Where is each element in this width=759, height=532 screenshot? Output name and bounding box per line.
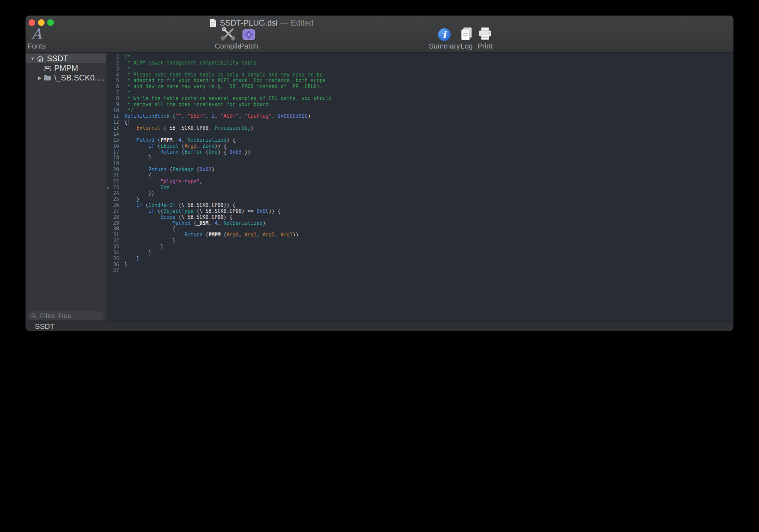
code-line[interactable]: 2 * XCPM power management compatibility …	[110, 60, 733, 66]
code-line[interactable]: 4 * Please note that this table is only …	[110, 72, 733, 78]
code-lines: 1/*2 * XCPM power management compatibili…	[110, 54, 733, 274]
code-line[interactable]: 11DefinitionBlock ("", "SSDT", 2, "ACDT"…	[110, 113, 733, 119]
fonts-button[interactable]: A Fonts	[27, 27, 46, 51]
code-line[interactable]: 29 Method (_DSM, 4, NotSerialized)	[110, 220, 733, 226]
line-number: 19	[110, 161, 121, 167]
print-label: Print	[477, 42, 492, 51]
sidebar-item-sb-sck0[interactable]: ▶ \_SB.SCK0.CP…	[26, 73, 106, 82]
line-number: 1	[110, 54, 121, 60]
code-line[interactable]: 24 })	[110, 191, 733, 197]
line-number: 29	[110, 220, 121, 226]
line-number: 12	[110, 119, 121, 125]
sidebar-splitter[interactable]	[106, 53, 110, 322]
code-line[interactable]: 9 * remove all the ones irrelevant for y…	[110, 102, 733, 108]
code-line[interactable]: 1/*	[110, 54, 733, 60]
fonts-label: Fonts	[27, 42, 46, 51]
line-number: 3	[110, 66, 121, 72]
code-line[interactable]: 16 If (LEqual (Arg2, Zero)) {	[110, 143, 733, 149]
line-number: 27	[110, 208, 121, 214]
code-line[interactable]: 5 * adapted to fit your board's ACPI sta…	[110, 78, 733, 84]
window-title-text: SSDT-PLUG.dsl	[220, 18, 277, 28]
desktop-background: { "window": { "title": "SSDT-PLUG.dsl", …	[0, 0, 759, 532]
compile-label: Compile	[215, 42, 242, 51]
code-editor[interactable]: 1/*2 * XCPM power management compatibili…	[110, 53, 733, 322]
line-number: 32	[110, 238, 121, 244]
sidebar-item-label: \_SB.SCK0.CP…	[54, 73, 106, 82]
line-number: 35	[110, 256, 121, 262]
summary-button[interactable]: i Summary	[429, 27, 460, 51]
code-line[interactable]: 26 If (CondRefOf (\_SB.SCK0.CP00)) {	[110, 202, 733, 208]
code-line[interactable]: 3 *	[110, 66, 733, 72]
code-line[interactable]: 6 * and device name may vary (e.g. _SB_.…	[110, 84, 733, 90]
print-button[interactable]: Print	[477, 27, 492, 51]
code-line[interactable]: 25 }	[110, 197, 733, 202]
code-line[interactable]: 36}	[110, 262, 733, 268]
compile-button[interactable]: Compile	[215, 27, 242, 51]
document-proxy-icon[interactable]	[210, 19, 217, 27]
code-line[interactable]: 31 Return (PMPM (Arg0, Arg1, Arg2, Arg3)…	[110, 232, 733, 238]
line-number: 25	[110, 197, 121, 202]
patch-gear-icon	[242, 27, 255, 41]
compile-tools-icon	[221, 27, 236, 41]
log-label: Log	[461, 42, 473, 51]
code-line[interactable]: 27 If ((ObjectType (\_SB.SCK0.CP00) == 0…	[110, 208, 733, 214]
patch-button[interactable]: Patch	[239, 27, 258, 51]
filter-tree-field[interactable]	[28, 311, 103, 321]
bench-icon	[44, 64, 52, 72]
code-line[interactable]: 32 }	[110, 238, 733, 244]
line-number: 20	[110, 167, 121, 173]
log-button[interactable]: Log	[461, 27, 473, 51]
code-line[interactable]: 23 One	[110, 185, 733, 191]
splitter-handle-icon	[107, 187, 109, 189]
code-line[interactable]: 10 */	[110, 108, 733, 114]
sidebar-item-ssdt[interactable]: ▼ SSDT	[26, 54, 106, 63]
close-button[interactable]	[29, 19, 35, 26]
code-line[interactable]: 22 "plugin-type",	[110, 179, 733, 185]
folder-icon	[44, 74, 52, 82]
line-number: 11	[110, 113, 121, 119]
minimize-button[interactable]	[38, 19, 45, 26]
status-bar: SSDT	[26, 322, 733, 331]
code-line[interactable]: 19	[110, 161, 733, 167]
code-line[interactable]: 34 }	[110, 250, 733, 256]
line-number: 2	[110, 60, 121, 66]
line-number: 16	[110, 143, 121, 149]
code-line[interactable]: 13 External (_SB_.SCK0.CP00, ProcessorOb…	[110, 125, 733, 131]
code-line[interactable]: 7 *	[110, 90, 733, 96]
code-line[interactable]: 37	[110, 268, 733, 274]
code-line[interactable]: 20 Return (Package (0x02)	[110, 167, 733, 173]
line-number: 4	[110, 72, 121, 78]
code-line[interactable]: 8 * While the table contains several exa…	[110, 96, 733, 102]
window-chrome: SSDT-PLUG.dsl — Edited A Fonts	[26, 16, 733, 52]
code-line[interactable]: 15 Method (PMPM, 4, NotSerialized) {	[110, 137, 733, 143]
line-number: 21	[110, 173, 121, 179]
house-icon	[36, 55, 44, 63]
code-line[interactable]: 18 }	[110, 155, 733, 161]
line-number: 31	[110, 232, 121, 238]
line-number: 18	[110, 155, 121, 161]
code-line[interactable]: 30 {	[110, 226, 733, 232]
summary-label: Summary	[429, 42, 460, 51]
fonts-a-icon: A	[32, 27, 42, 41]
sidebar-item-label: SSDT	[47, 54, 68, 63]
print-printer-icon	[478, 27, 492, 41]
disclosure-down-icon[interactable]: ▼	[29, 56, 36, 61]
code-line[interactable]: 14	[110, 131, 733, 137]
window-edited-badge: — Edited	[280, 18, 313, 28]
filter-tree-input[interactable]	[39, 312, 100, 320]
code-line[interactable]: 28 Scope (\_SB.SCK0.CP00) {	[110, 214, 733, 220]
line-number: 34	[110, 250, 121, 256]
line-number: 6	[110, 84, 121, 90]
traffic-lights	[29, 19, 54, 26]
zoom-button[interactable]	[47, 19, 54, 26]
titlebar[interactable]: SSDT-PLUG.dsl — Edited	[26, 16, 733, 30]
code-line[interactable]: 35 }	[110, 256, 733, 262]
code-line[interactable]: 12{	[110, 119, 733, 125]
line-number: 15	[110, 137, 121, 143]
code-line[interactable]: 17 Return (Buffer (One) { 0x03 })	[110, 149, 733, 155]
code-line[interactable]: 33 }	[110, 244, 733, 250]
sidebar-item-pmpm[interactable]: PMPM	[26, 63, 106, 73]
app-window: SSDT-PLUG.dsl — Edited A Fonts	[26, 16, 733, 331]
disclosure-right-icon[interactable]: ▶	[36, 75, 44, 80]
code-line[interactable]: 21 {	[110, 173, 733, 179]
